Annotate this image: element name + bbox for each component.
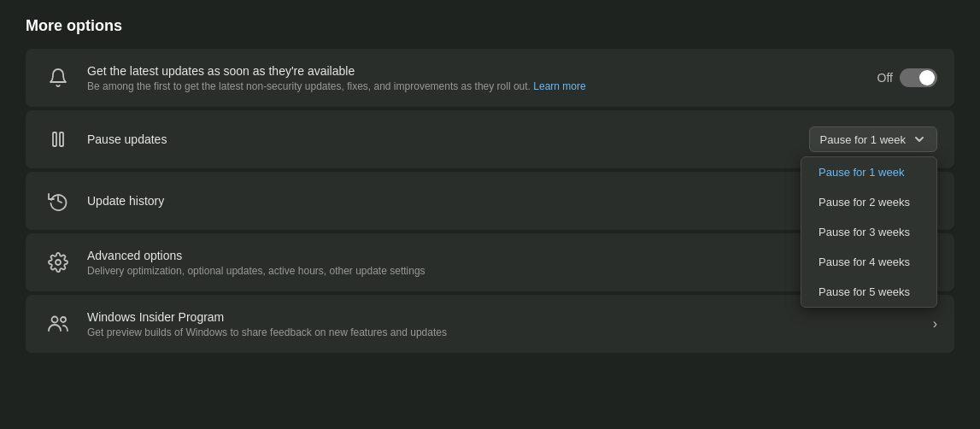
- svg-point-2: [56, 260, 61, 265]
- insider-icon: [43, 309, 73, 339]
- card-left: Windows Insider Program Get preview buil…: [43, 309, 933, 339]
- chevron-down-icon: [913, 132, 926, 146]
- updates-toggle[interactable]: [900, 68, 937, 87]
- dropdown-item-3weeks[interactable]: Pause for 3 weeks: [801, 217, 936, 247]
- dropdown-item-2weeks[interactable]: Pause for 2 weeks: [801, 187, 936, 217]
- advanced-sub-text: Delivery optimization, optional updates,…: [87, 265, 425, 277]
- history-main-text: Update history: [87, 194, 164, 208]
- updates-sub-text: Be among the first to get the latest non…: [87, 80, 586, 92]
- pause-main-text: Pause updates: [87, 132, 167, 146]
- updates-text-block: Get the latest updates as soon as they'r…: [87, 64, 586, 92]
- pause-icon: [43, 124, 73, 155]
- pause-text-block: Pause updates: [87, 132, 167, 146]
- dropdown-item-1week[interactable]: Pause for 1 week: [801, 157, 936, 187]
- dropdown-item-5weeks[interactable]: Pause for 5 weeks: [801, 277, 936, 307]
- toggle-label: Off: [877, 71, 893, 85]
- toggle-knob: [919, 70, 935, 85]
- pause-updates-card: Pause updates Pause for 1 week Pause for…: [26, 110, 954, 168]
- card-left: Pause updates: [43, 124, 809, 155]
- latest-updates-card: Get the latest updates as soon as they'r…: [26, 49, 954, 107]
- advanced-text-block: Advanced options Delivery optimization, …: [87, 249, 425, 277]
- svg-point-3: [52, 317, 58, 323]
- page-container: More options Get the latest updates as s…: [0, 0, 980, 373]
- pause-button-label: Pause for 1 week: [820, 133, 906, 146]
- svg-rect-0: [53, 132, 56, 146]
- history-text-block: Update history: [87, 194, 164, 208]
- pause-dropdown-button[interactable]: Pause for 1 week: [809, 126, 937, 152]
- advanced-main-text: Advanced options: [87, 249, 425, 262]
- learn-more-link[interactable]: Learn more: [533, 80, 585, 92]
- pause-dropdown-menu: Pause for 1 week Pause for 2 weeks Pause…: [801, 156, 937, 308]
- card-left: Get the latest updates as soon as they'r…: [43, 62, 877, 93]
- page-title: More options: [26, 17, 954, 35]
- gear-advanced-icon: [43, 247, 73, 278]
- insider-main-text: Windows Insider Program: [87, 310, 447, 324]
- history-icon: [43, 185, 73, 216]
- insider-text-block: Windows Insider Program Get preview buil…: [87, 310, 447, 338]
- dropdown-item-4weeks[interactable]: Pause for 4 weeks: [801, 247, 936, 277]
- svg-rect-1: [60, 132, 63, 146]
- updates-main-text: Get the latest updates as soon as they'r…: [87, 64, 586, 78]
- chevron-right-icon: ›: [933, 316, 937, 332]
- svg-point-4: [61, 317, 66, 322]
- toggle-container: Off: [877, 68, 937, 87]
- insider-sub-text: Get preview builds of Windows to share f…: [87, 326, 447, 338]
- bell-icon: [43, 62, 73, 93]
